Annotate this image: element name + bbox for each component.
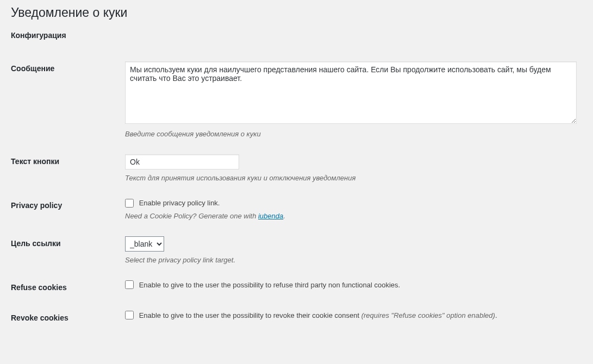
refuse-cookies-checkbox-label: Enable to give to the user the possibili…: [139, 281, 401, 289]
button-text-description: Текст для принятия использования куки и …: [125, 174, 577, 182]
refuse-cookies-checkbox[interactable]: [125, 280, 134, 289]
message-label: Сообщение: [11, 53, 120, 146]
button-text-input[interactable]: [125, 154, 239, 170]
link-target-description: Select the privacy policy link target.: [125, 256, 577, 264]
message-description: Введите сообщения уведомления о куки: [125, 130, 577, 138]
revoke-cookies-text: Enable to give to the user the possibili…: [139, 311, 361, 319]
privacy-policy-label: Privacy policy: [11, 190, 120, 228]
privacy-policy-checkbox[interactable]: [125, 199, 134, 208]
section-title: Конфигурация: [11, 31, 582, 40]
privacy-policy-checkbox-label: Enable privacy policy link.: [139, 199, 220, 207]
iubenda-link[interactable]: iubenda: [258, 212, 283, 220]
revoke-cookies-label: Revoke cookies: [11, 303, 120, 333]
link-target-label: Цель ссылки: [11, 228, 120, 272]
refuse-cookies-label: Refuse cookies: [11, 272, 120, 303]
message-textarea[interactable]: Мы используем куки для наилучшего предст…: [125, 61, 577, 124]
revoke-cookies-checkbox[interactable]: [125, 311, 134, 319]
settings-form-table: Сообщение Мы используем куки для наилучш…: [11, 53, 582, 333]
revoke-cookies-suffix: .: [495, 311, 497, 319]
privacy-policy-description: Need a Cookie Policy? Generate one with …: [125, 212, 577, 220]
revoke-cookies-note: (requires "Refuse cookies" option enable…: [361, 311, 495, 319]
privacy-policy-desc-suffix: .: [283, 212, 285, 220]
button-text-label: Текст кнопки: [11, 146, 120, 190]
page-title: Уведомление о куки: [11, 5, 582, 20]
revoke-cookies-checkbox-label: Enable to give to the user the possibili…: [139, 311, 497, 319]
privacy-policy-desc-prefix: Need a Cookie Policy? Generate one with: [125, 212, 258, 220]
link-target-select[interactable]: _blank: [125, 236, 164, 252]
